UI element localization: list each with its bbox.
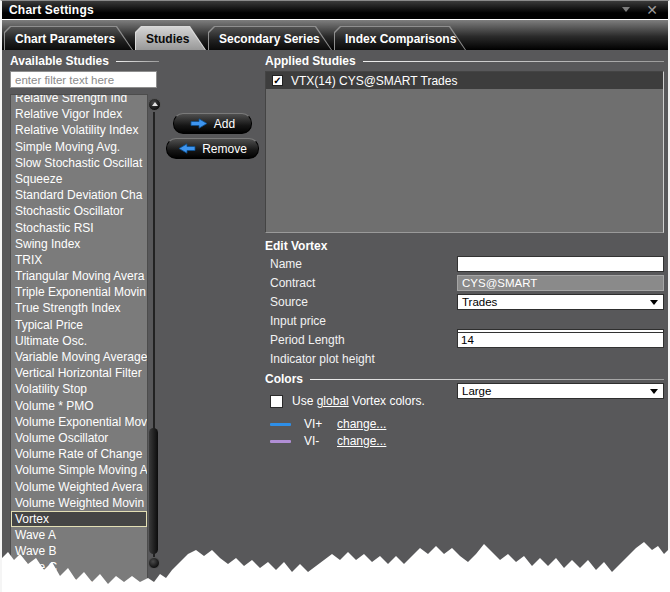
checked-checkbox[interactable]: ✓ xyxy=(272,75,283,86)
study-list-item[interactable]: Volume Exponential Mov xyxy=(11,414,147,430)
screenshot-stage: Chart Settings ✕ Chart Parameters Studie… xyxy=(0,0,670,592)
header-rule xyxy=(363,61,664,62)
scroll-up-button[interactable] xyxy=(148,98,161,111)
scroll-up-icon xyxy=(152,102,158,106)
arrow-right-icon xyxy=(190,118,208,129)
study-list-item[interactable]: Ultimate Osc. xyxy=(11,333,147,349)
study-list-item[interactable]: Wave C xyxy=(11,559,147,575)
global-link[interactable]: global xyxy=(317,394,349,408)
study-list-item[interactable]: Weighted Close xyxy=(11,576,147,592)
tab-secondary-series[interactable]: Secondary Series xyxy=(208,26,332,50)
study-list-item[interactable]: Volume Simple Moving A xyxy=(11,462,147,478)
vi-minus-label: VI- xyxy=(304,434,328,448)
window-menu-caret-icon[interactable] xyxy=(622,7,630,12)
tab-label: Studies xyxy=(146,32,189,46)
tabstrip: Chart Parameters Studies Secondary Serie… xyxy=(2,20,668,50)
tab-fill: Studies xyxy=(136,27,205,50)
colors-header: Colors xyxy=(265,372,664,386)
use-global-pre: Use xyxy=(292,394,313,408)
study-list-item[interactable]: Relative Volatility Index xyxy=(11,122,147,138)
plot-height-value: Large xyxy=(462,385,491,397)
study-list-item[interactable]: Volume * PMO xyxy=(11,398,147,414)
study-list-item[interactable]: Variable Moving Average xyxy=(11,349,147,365)
study-filter-input[interactable] xyxy=(10,71,157,88)
source-label: Source xyxy=(270,294,308,310)
unchecked-checkbox[interactable] xyxy=(270,395,283,408)
header-rule xyxy=(310,379,664,380)
period-length-field[interactable] xyxy=(457,332,664,348)
scroll-down-button[interactable] xyxy=(148,557,160,569)
applied-studies-header: Applied Studies xyxy=(265,54,664,68)
tab-index-comparisons[interactable]: Index Comparisons xyxy=(334,26,466,50)
study-list-item[interactable]: Squeeze xyxy=(11,171,147,187)
study-list-item[interactable]: Relative Vigor Index xyxy=(11,106,147,122)
study-list-item[interactable]: Triangular Moving Avera xyxy=(11,268,147,284)
study-list-item[interactable]: Vertical Horizontal Filter xyxy=(11,365,147,381)
chevron-down-icon xyxy=(650,389,658,394)
tab-studies[interactable]: Studies xyxy=(135,26,206,50)
tab-label: Secondary Series xyxy=(219,32,320,46)
colors-title: Colors xyxy=(265,372,303,386)
vi-plus-color-swatch xyxy=(270,423,291,426)
study-list-item[interactable]: Volume Rate of Change xyxy=(11,446,147,462)
vi-plus-change-link[interactable]: change... xyxy=(337,417,386,431)
study-list-item[interactable]: Simple Moving Avg. xyxy=(11,139,147,155)
remove-button-label: Remove xyxy=(202,142,247,156)
source-dropdown[interactable]: Trades xyxy=(457,294,664,310)
study-list-item[interactable]: TRIX xyxy=(11,252,147,268)
applied-studies-list[interactable]: ✓ VTX(14) CYS@SMART Trades xyxy=(265,71,664,233)
chevron-down-icon xyxy=(650,300,658,305)
vi-minus-color-swatch xyxy=(270,440,291,443)
vi-plus-label: VI+ xyxy=(304,417,328,431)
close-icon[interactable]: ✕ xyxy=(646,3,658,17)
study-list-item[interactable]: Triple Exponential Movin xyxy=(11,284,147,300)
contract-label: Contract xyxy=(270,275,315,291)
titlebar: Chart Settings ✕ xyxy=(2,1,668,19)
available-studies-list[interactable]: Relative Strength IndRelative Vigor Inde… xyxy=(10,94,148,592)
use-global-colors-row: Use global Vortex colors. xyxy=(270,394,425,408)
vi-plus-row: VI+ change... xyxy=(270,417,386,431)
study-list-item[interactable]: Slow Stochastic Oscillat xyxy=(11,155,147,171)
tab-fill: Index Comparisons xyxy=(335,27,465,50)
window-title: Chart Settings xyxy=(9,3,94,17)
tab-fill: Secondary Series xyxy=(209,27,331,50)
arrow-left-icon xyxy=(178,143,196,154)
study-list-item[interactable]: True Strength Index xyxy=(11,300,147,316)
applied-study-row[interactable]: ✓ VTX(14) CYS@SMART Trades xyxy=(266,72,663,89)
applied-study-label: VTX(14) CYS@SMART Trades xyxy=(291,74,457,88)
remove-study-button[interactable]: Remove xyxy=(166,138,259,159)
study-list-item[interactable]: Relative Strength Ind xyxy=(11,94,147,106)
tab-label: Index Comparisons xyxy=(345,32,456,46)
study-list-item[interactable]: Wave B xyxy=(11,543,147,559)
study-list-item[interactable]: Stochastic Oscillator xyxy=(11,203,147,219)
chart-settings-dialog: Chart Settings ✕ Chart Parameters Studie… xyxy=(0,0,670,592)
period-length-label: Period Length xyxy=(270,332,345,348)
plot-height-label: Indicator plot height xyxy=(270,351,375,367)
tab-chart-parameters[interactable]: Chart Parameters xyxy=(4,26,133,50)
contract-field: CYS@SMART xyxy=(457,275,664,291)
study-list-item[interactable]: Stochastic RSI xyxy=(11,220,147,236)
study-list-item[interactable]: Swing Index xyxy=(11,236,147,252)
studies-panel: Available Studies Relative Strength IndR… xyxy=(2,50,668,592)
applied-studies-title: Applied Studies xyxy=(265,54,356,68)
use-global-post: Vortex colors. xyxy=(352,394,425,408)
source-value: Trades xyxy=(462,296,497,308)
add-study-button[interactable]: Add xyxy=(173,113,252,134)
study-list-item[interactable]: Volume Weighted Movin xyxy=(11,495,147,511)
vi-minus-row: VI- change... xyxy=(270,434,386,448)
available-studies-header: Available Studies xyxy=(10,54,159,68)
available-studies-title: Available Studies xyxy=(10,54,109,68)
study-list-item[interactable]: Volume Oscillator xyxy=(11,430,147,446)
tab-fill: Chart Parameters xyxy=(5,27,132,50)
study-list-item[interactable]: Wave A xyxy=(11,527,147,543)
study-list-item[interactable]: Volatility Stop xyxy=(11,381,147,397)
study-list-item[interactable]: Standard Deviation Cha xyxy=(11,187,147,203)
study-list-item[interactable]: Typical Price xyxy=(11,317,147,333)
study-list-item[interactable]: Volume Weighted Avera xyxy=(11,479,147,495)
scrollbar-thumb[interactable] xyxy=(149,428,158,554)
name-field[interactable] xyxy=(457,256,664,272)
edit-vortex-title: Edit Vortex xyxy=(265,239,327,253)
input-price-label: Input price xyxy=(270,313,326,329)
vi-minus-change-link[interactable]: change... xyxy=(337,434,386,448)
study-list-item[interactable]: Vortex xyxy=(11,511,147,527)
